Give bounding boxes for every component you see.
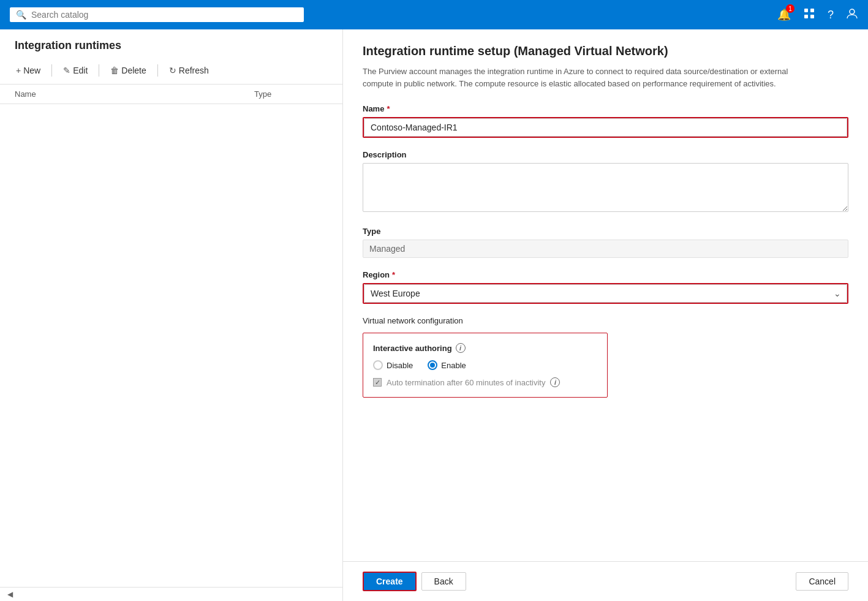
description-label: Description	[363, 150, 848, 159]
notification-badge: 1	[786, 4, 794, 13]
interactive-authoring-box: Interactive authoring i Disable Enable	[363, 333, 608, 398]
region-select[interactable]: Auto Resolve East US East US 2 West US W…	[364, 284, 847, 303]
vnet-form-group: Virtual network configuration Interactiv…	[363, 316, 848, 398]
svg-point-4	[850, 9, 855, 14]
disable-radio[interactable]: Disable	[373, 360, 413, 370]
edit-button[interactable]: ✎ Edit	[57, 62, 94, 79]
separator	[51, 64, 52, 77]
region-select-wrapper: Auto Resolve East US East US 2 West US W…	[364, 284, 847, 303]
delete-icon: 🗑	[110, 66, 119, 75]
search-icon: 🔍	[16, 10, 26, 20]
refresh-icon: ↻	[169, 66, 176, 75]
type-form-group: Type Managed	[363, 227, 848, 258]
svg-rect-1	[810, 9, 814, 12]
scroll-left-icon[interactable]: ◀	[7, 590, 13, 599]
panel-title: Integration runtime setup (Managed Virtu…	[363, 44, 848, 58]
region-label: Region *	[363, 270, 848, 279]
notifications-icon[interactable]: 🔔 1	[777, 8, 791, 21]
left-panel-title: Integration runtimes	[0, 29, 342, 57]
name-required-star: *	[387, 104, 390, 113]
name-form-group: Name *	[363, 104, 848, 138]
ia-info-icon[interactable]: i	[456, 343, 466, 353]
region-required-star: *	[392, 270, 395, 279]
topbar: 🔍 🔔 1 ?	[0, 0, 868, 29]
create-button[interactable]: Create	[363, 572, 417, 591]
table-header: Name Type	[0, 85, 342, 104]
table-body	[0, 104, 342, 587]
edit-icon: ✎	[63, 66, 70, 75]
region-field-highlight: Auto Resolve East US East US 2 West US W…	[363, 283, 848, 304]
svg-rect-0	[804, 9, 808, 12]
type-label: Type	[363, 227, 848, 236]
description-input[interactable]	[363, 163, 848, 212]
right-panel: Integration runtime setup (Managed Virtu…	[343, 29, 868, 601]
separator2	[99, 64, 99, 77]
name-label: Name *	[363, 104, 848, 113]
svg-rect-3	[810, 15, 814, 18]
col-header-type: Type	[254, 89, 328, 99]
auto-termination-row: ✓ Auto termination after 60 minutes of i…	[373, 377, 597, 387]
name-input[interactable]	[364, 118, 847, 137]
refresh-button[interactable]: ↻ Refresh	[163, 62, 215, 79]
vnet-section-label: Virtual network configuration	[363, 316, 848, 325]
enable-radio-circle	[428, 360, 437, 370]
search-bar[interactable]: 🔍	[10, 7, 304, 22]
separator3	[157, 64, 158, 77]
left-panel-footer: ◀	[0, 587, 342, 601]
left-panel: Integration runtimes + New ✎ Edit 🗑 Dele…	[0, 29, 343, 601]
ia-title: Interactive authoring i	[373, 343, 597, 353]
right-panel-content: Integration runtime setup (Managed Virtu…	[343, 29, 868, 561]
plus-icon: +	[16, 66, 21, 75]
col-header-name: Name	[15, 89, 254, 99]
new-button[interactable]: + New	[10, 62, 47, 79]
region-form-group: Region * Auto Resolve East US East US 2 …	[363, 270, 848, 304]
help-icon[interactable]: ?	[828, 9, 834, 21]
cancel-button[interactable]: Cancel	[796, 572, 848, 591]
disable-radio-circle	[373, 360, 383, 370]
auto-termination-label: Auto termination after 60 minutes of ina…	[387, 378, 545, 387]
enable-radio[interactable]: Enable	[428, 360, 466, 370]
back-button[interactable]: Back	[421, 572, 466, 591]
auto-termination-info-icon[interactable]: i	[550, 377, 560, 387]
search-input[interactable]	[31, 10, 298, 20]
toolbar: + New ✎ Edit 🗑 Delete ↻ Refresh	[0, 57, 342, 85]
svg-rect-2	[804, 15, 808, 18]
settings-icon[interactable]	[803, 7, 815, 23]
topbar-icons: 🔔 1 ?	[777, 7, 858, 23]
auto-termination-checkbox[interactable]: ✓	[373, 378, 382, 387]
main-content: Integration runtimes + New ✎ Edit 🗑 Dele…	[0, 29, 868, 601]
user-icon[interactable]	[846, 7, 858, 23]
description-form-group: Description	[363, 150, 848, 214]
name-field-highlight	[363, 117, 848, 138]
type-value: Managed	[363, 240, 848, 258]
right-panel-footer: Create Back Cancel	[343, 561, 868, 601]
panel-description: The Purview account manages the integrat…	[363, 66, 804, 89]
delete-button[interactable]: 🗑 Delete	[104, 62, 152, 79]
radio-group: Disable Enable	[373, 360, 597, 370]
